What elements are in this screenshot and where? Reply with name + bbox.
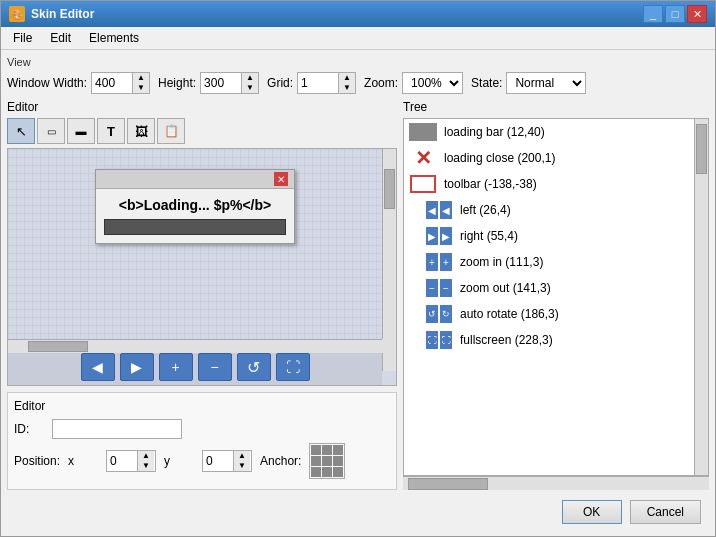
nav-right-btn[interactable]: ▶ xyxy=(120,353,154,381)
anchor-bc[interactable] xyxy=(322,467,332,477)
height-spinners: ▲ ▼ xyxy=(241,73,258,93)
minimize-button[interactable]: _ xyxy=(643,5,663,23)
id-row: ID: xyxy=(14,419,390,439)
window-width-group: Window Width: ▲ ▼ xyxy=(7,72,150,94)
canvas-buttons: ◀ ▶ + − ↺ ⛶ xyxy=(8,348,382,385)
tree-list[interactable]: loading bar (12,40) ✕ loading close (200… xyxy=(404,119,694,475)
tree-item-loading-bar[interactable]: loading bar (12,40) xyxy=(404,119,694,145)
left-icon: ◀ ◀ xyxy=(424,199,454,221)
cancel-button[interactable]: Cancel xyxy=(630,500,701,524)
tree-hscrollbar[interactable] xyxy=(403,476,709,490)
height-field[interactable] xyxy=(201,73,241,93)
right-label: right (55,4) xyxy=(460,229,518,243)
zoom-out-btn[interactable]: − xyxy=(198,353,232,381)
anchor-br[interactable] xyxy=(333,467,343,477)
select-tool-btn[interactable]: ↖ xyxy=(7,118,35,144)
loading-bar xyxy=(104,219,286,235)
x-icon: ✕ xyxy=(415,146,432,170)
rect-tool-btn[interactable]: ▭ xyxy=(37,118,65,144)
canvas-vscrollbar[interactable] xyxy=(382,149,396,371)
id-field[interactable] xyxy=(52,419,182,439)
fullscreen-btn[interactable]: ⛶ xyxy=(276,353,310,381)
zoom-group: Zoom: 100% 50% 75% 150% 200% xyxy=(364,72,463,94)
blue-minus-1: − xyxy=(426,279,438,297)
anchor-tr[interactable] xyxy=(333,445,343,455)
window-width-input[interactable]: ▲ ▼ xyxy=(91,72,150,94)
anchor-mc[interactable] xyxy=(322,456,332,466)
y-input[interactable]: ▲ ▼ xyxy=(202,450,252,472)
x-input[interactable]: ▲ ▼ xyxy=(106,450,156,472)
blue-plus-1: + xyxy=(426,253,438,271)
anchor-mr[interactable] xyxy=(333,456,343,466)
menu-edit[interactable]: Edit xyxy=(42,29,79,47)
close-button[interactable]: ✕ xyxy=(687,5,707,23)
y-up[interactable]: ▲ xyxy=(234,451,250,461)
height-down[interactable]: ▼ xyxy=(242,83,258,93)
tree-item-loading-close[interactable]: ✕ loading close (200,1) xyxy=(404,145,694,171)
tree-item-right[interactable]: ▶ ▶ right (55,4) xyxy=(404,223,694,249)
zoom-select[interactable]: 100% 50% 75% 150% 200% xyxy=(402,72,463,94)
window-width-spinners: ▲ ▼ xyxy=(132,73,149,93)
blue-full-2: ⛶ xyxy=(440,331,452,349)
y-down[interactable]: ▼ xyxy=(234,461,250,471)
anchor-bl[interactable] xyxy=(311,467,321,477)
anchor-tc[interactable] xyxy=(322,445,332,455)
right-panel: Tree loading bar (12,40) xyxy=(403,100,709,490)
tree-item-auto-rotate[interactable]: ↺ ↻ auto rotate (186,3) xyxy=(404,301,694,327)
menu-elements[interactable]: Elements xyxy=(81,29,147,47)
view-label: View xyxy=(7,56,709,68)
title-buttons: _ □ ✕ xyxy=(643,5,707,23)
x-down[interactable]: ▼ xyxy=(138,461,154,471)
rotate-btn[interactable]: ↺ xyxy=(237,353,271,381)
maximize-button[interactable]: □ xyxy=(665,5,685,23)
tree-item-toolbar[interactable]: toolbar (-138,-38) xyxy=(404,171,694,197)
tree-vscrollbar[interactable] xyxy=(694,119,708,475)
grid-label: Grid: xyxy=(267,76,293,90)
copy-tool-btn[interactable]: 📋 xyxy=(157,118,185,144)
state-label: State: xyxy=(471,76,502,90)
anchor-ml[interactable] xyxy=(311,456,321,466)
canvas-hscrollbar[interactable] xyxy=(8,339,382,353)
nav-left-btn[interactable]: ◀ xyxy=(81,353,115,381)
anchor-tl[interactable] xyxy=(311,445,321,455)
grid-input[interactable]: ▲ ▼ xyxy=(297,72,356,94)
window-width-field[interactable] xyxy=(92,73,132,93)
anchor-grid[interactable] xyxy=(309,443,345,479)
left-panel: Editor ↖ ▭ ▬ T 🖼 📋 ✕ xyxy=(7,100,397,490)
window-width-up[interactable]: ▲ xyxy=(133,73,149,83)
x-field[interactable] xyxy=(107,451,137,471)
ok-button[interactable]: OK xyxy=(562,500,622,524)
blue-rotate-2: ↻ xyxy=(440,305,452,323)
tree-scrollbar-thumb[interactable] xyxy=(696,124,707,174)
tree-item-zoom-in[interactable]: + + zoom in (111,3) xyxy=(404,249,694,275)
y-field[interactable] xyxy=(203,451,233,471)
tree-item-left[interactable]: ◀ ◀ left (26,4) xyxy=(404,197,694,223)
state-select[interactable]: Normal Hover Pressed Disabled xyxy=(506,72,586,94)
image-tool-btn[interactable]: 🖼 xyxy=(127,118,155,144)
double-blue-right-icon: ▶ ▶ xyxy=(426,227,452,245)
canvas-hscrollbar-thumb[interactable] xyxy=(28,341,88,352)
grid-field[interactable] xyxy=(298,73,338,93)
blue-right-2: ▶ xyxy=(440,227,452,245)
x-label: x xyxy=(68,454,98,468)
grid-up[interactable]: ▲ xyxy=(339,73,355,83)
zoom-in-btn[interactable]: + xyxy=(159,353,193,381)
two-panel: Editor ↖ ▭ ▬ T 🖼 📋 ✕ xyxy=(7,100,709,490)
fill-tool-btn[interactable]: ▬ xyxy=(67,118,95,144)
canvas-inner: ✕ <b>Loading... $p%</b> xyxy=(8,149,382,371)
menu-file[interactable]: File xyxy=(5,29,40,47)
height-up[interactable]: ▲ xyxy=(242,73,258,83)
position-row: Position: x ▲ ▼ y xyxy=(14,443,390,479)
tree-hscrollbar-thumb[interactable] xyxy=(408,478,488,490)
zoom-out-icon: − − xyxy=(424,277,454,299)
height-input[interactable]: ▲ ▼ xyxy=(200,72,259,94)
tree-item-fullscreen[interactable]: ⛶ ⛶ fullscreen (228,3) xyxy=(404,327,694,353)
grid-down[interactable]: ▼ xyxy=(339,83,355,93)
x-up[interactable]: ▲ xyxy=(138,451,154,461)
loading-html-text: <b>Loading... $p%</b> xyxy=(104,197,286,213)
window-width-down[interactable]: ▼ xyxy=(133,83,149,93)
text-tool-btn[interactable]: T xyxy=(97,118,125,144)
loading-popup-close[interactable]: ✕ xyxy=(274,172,288,186)
tree-item-zoom-out[interactable]: − − zoom out (141,3) xyxy=(404,275,694,301)
canvas-vscrollbar-thumb[interactable] xyxy=(384,169,395,209)
